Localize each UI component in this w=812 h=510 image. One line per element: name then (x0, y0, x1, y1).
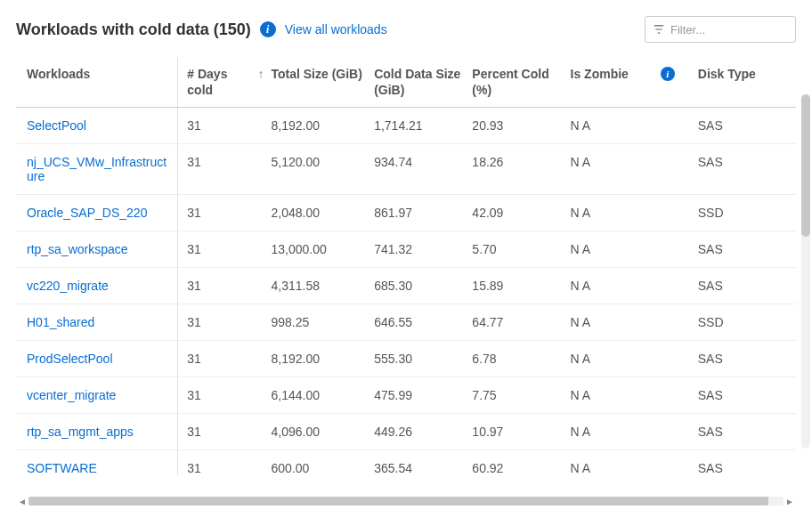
cell-workload-name: H01_shared (16, 304, 178, 341)
cell-percent-cold: 60.92 (472, 450, 570, 475)
cell-is-zombie: N A (571, 231, 698, 268)
cell-cold-size: 685.30 (374, 268, 472, 304)
cell-is-zombie: N A (571, 341, 698, 377)
col-header-cold-size[interactable]: Cold Data Size (GiB) (374, 57, 472, 108)
zombie-info-icon[interactable]: i (661, 67, 675, 81)
cell-percent-cold: 64.77 (472, 304, 570, 341)
cell-is-zombie: N A (571, 144, 698, 195)
cell-workload-name: SelectPool (16, 108, 178, 144)
cell-disk-type: SAS (698, 414, 796, 450)
cell-total-size: 998.25 (271, 304, 374, 341)
workload-link[interactable]: vc220_migrate (27, 279, 109, 293)
workload-link[interactable]: H01_shared (27, 315, 94, 329)
table-row: nj_UCS_VMw_Infrastructure315,120.00934.7… (16, 144, 796, 195)
cell-total-size: 6,144.00 (271, 377, 374, 414)
title-info-icon[interactable]: i (260, 21, 276, 37)
cell-percent-cold: 18.26 (472, 144, 570, 195)
table-row: vcenter_migrate316,144.00475.997.75N ASA… (16, 377, 796, 414)
cell-days-cold: 31 (178, 195, 272, 231)
filter-container[interactable] (645, 16, 796, 43)
cell-percent-cold: 20.93 (472, 108, 570, 144)
cell-is-zombie: N A (571, 268, 698, 304)
workload-link[interactable]: ProdSelectPool (27, 352, 113, 366)
cell-is-zombie: N A (571, 377, 698, 414)
cell-percent-cold: 6.78 (472, 341, 570, 377)
cell-cold-size: 934.74 (374, 144, 472, 195)
cell-workload-name: rtp_sa_workspace (16, 231, 178, 268)
table-row: rtp_sa_workspace3113,000.00741.325.70N A… (16, 231, 796, 268)
cell-total-size: 2,048.00 (271, 195, 374, 231)
cell-is-zombie: N A (571, 195, 698, 231)
cell-days-cold: 31 (178, 414, 272, 450)
table-row: vc220_migrate314,311.58685.3015.89N ASAS (16, 268, 796, 304)
workload-link[interactable]: rtp_sa_workspace (27, 242, 128, 256)
vertical-scrollbar[interactable] (801, 94, 810, 449)
cell-cold-size: 555.30 (374, 341, 472, 377)
workloads-table: Workloads # Days cold ↑ Total Size (GiB) (16, 57, 796, 475)
table-container: Workloads # Days cold ↑ Total Size (GiB) (16, 57, 796, 475)
horizontal-scrollbar[interactable]: ◄ ► (16, 496, 796, 506)
horizontal-scrollbar-track[interactable] (28, 497, 784, 506)
cell-cold-size: 449.26 (374, 414, 472, 450)
cell-percent-cold: 10.97 (472, 414, 570, 450)
cell-days-cold: 31 (178, 108, 272, 144)
col-header-total-size[interactable]: Total Size (GiB) (271, 57, 374, 108)
vertical-scrollbar-thumb[interactable] (801, 94, 810, 237)
cell-cold-size: 861.97 (374, 195, 472, 231)
cell-workload-name: rtp_sa_mgmt_apps (16, 414, 178, 450)
cell-is-zombie: N A (571, 450, 698, 475)
scroll-left-arrow-icon[interactable]: ◄ (16, 495, 28, 507)
cell-days-cold: 31 (178, 268, 272, 304)
cell-is-zombie: N A (571, 414, 698, 450)
cell-disk-type: SAS (698, 450, 796, 475)
cell-percent-cold: 7.75 (472, 377, 570, 414)
scroll-right-arrow-icon[interactable]: ► (784, 495, 796, 507)
col-header-workloads[interactable]: Workloads (16, 57, 178, 108)
cell-days-cold: 31 (178, 450, 272, 475)
view-all-workloads-link[interactable]: View all workloads (285, 22, 387, 36)
table-row: rtp_sa_mgmt_apps314,096.00449.2610.97N A… (16, 414, 796, 450)
table-row: Oracle_SAP_DS_220312,048.00861.9742.09N … (16, 195, 796, 231)
cell-disk-type: SSD (698, 304, 796, 341)
cell-days-cold: 31 (178, 231, 272, 268)
filter-input[interactable] (670, 23, 788, 36)
workload-link[interactable]: nj_UCS_VMw_Infrastructure (27, 155, 166, 183)
title-text: Workloads with cold data (16, 20, 209, 38)
col-header-is-zombie[interactable]: Is Zombie i (571, 57, 698, 108)
page-title: Workloads with cold data (150) (16, 20, 251, 39)
cell-total-size: 13,000.00 (271, 231, 374, 268)
cell-disk-type: SSD (698, 195, 796, 231)
cell-total-size: 8,192.00 (271, 108, 374, 144)
cell-workload-name: ProdSelectPool (16, 341, 178, 377)
cell-workload-name: vc220_migrate (16, 268, 178, 304)
cell-is-zombie: N A (571, 304, 698, 341)
cell-disk-type: SAS (698, 144, 796, 195)
cell-total-size: 4,096.00 (271, 414, 374, 450)
workload-link[interactable]: Oracle_SAP_DS_220 (27, 206, 147, 220)
cell-total-size: 8,192.00 (271, 341, 374, 377)
workload-link[interactable]: SOFTWARE (27, 461, 97, 475)
cell-days-cold: 31 (178, 144, 272, 195)
sort-ascending-icon: ↑ (257, 68, 264, 80)
cell-disk-type: SAS (698, 377, 796, 414)
cell-days-cold: 31 (178, 377, 272, 414)
cell-cold-size: 1,714.21 (374, 108, 472, 144)
col-header-days-cold[interactable]: # Days cold ↑ (178, 57, 272, 108)
workload-link[interactable]: vcenter_migrate (27, 388, 116, 402)
cell-workload-name: vcenter_migrate (16, 377, 178, 414)
workload-link[interactable]: rtp_sa_mgmt_apps (27, 425, 134, 439)
cell-workload-name: nj_UCS_VMw_Infrastructure (16, 144, 178, 195)
col-header-percent-cold[interactable]: Percent Cold (%) (472, 57, 570, 108)
cell-workload-name: Oracle_SAP_DS_220 (16, 195, 178, 231)
horizontal-scrollbar-thumb[interactable] (28, 497, 768, 506)
workload-link[interactable]: SelectPool (27, 118, 86, 133)
cell-total-size: 600.00 (271, 450, 374, 475)
cell-total-size: 4,311.58 (271, 268, 374, 304)
cell-workload-name: SOFTWARE (16, 450, 178, 475)
filter-icon (653, 23, 665, 36)
cell-days-cold: 31 (178, 341, 272, 377)
col-header-disk-type[interactable]: Disk Type (698, 57, 796, 108)
cell-percent-cold: 5.70 (472, 231, 570, 268)
cell-disk-type: SAS (698, 268, 796, 304)
cell-disk-type: SAS (698, 231, 796, 268)
